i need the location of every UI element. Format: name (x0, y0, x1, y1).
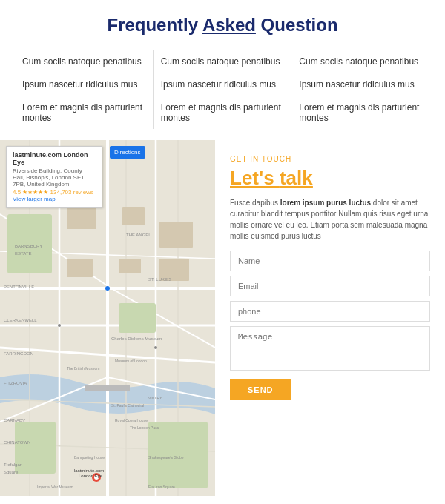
contact-description: Fusce dapibus lorem ipsum purus luctus d… (230, 197, 430, 242)
lets-talk-link: talk (280, 167, 313, 189)
svg-rect-22 (122, 207, 145, 225)
svg-rect-27 (85, 385, 130, 391)
svg-text:Trafalgar: Trafalgar (4, 462, 22, 467)
svg-text:Square: Square (4, 470, 19, 474)
faq-item[interactable]: Ipsum nascetur ridiculus mus (22, 73, 145, 96)
directions-button[interactable]: Directions (110, 146, 145, 159)
svg-text:London Eye: London Eye (79, 474, 103, 478)
page-title: Frequently Asked Question (15, 15, 430, 36)
info-cards-section: 📞 Call Us Partner and General Inquiries … (0, 496, 445, 504)
svg-rect-21 (67, 207, 96, 229)
business-name: lastminute.com London Eye (13, 151, 96, 166)
faq-col-3: Cum sociis natoque penatibus Ipsum nasce… (291, 50, 430, 129)
svg-text:THE ANGEL: THE ANGEL (126, 233, 151, 237)
faq-item[interactable]: Lorem et magnis dis parturient montes (299, 96, 423, 129)
svg-text:Royal Opera House: Royal Opera House (115, 418, 148, 422)
faq-col-1: Cum sociis natoque penatibus Ipsum nasce… (15, 50, 154, 129)
svg-text:The London Pass: The London Pass (130, 425, 159, 430)
svg-rect-23 (159, 222, 193, 248)
svg-text:Flat Iron Square: Flat Iron Square (148, 485, 175, 489)
message-input[interactable] (230, 326, 430, 371)
phone-input[interactable] (230, 301, 430, 322)
faq-item[interactable]: Cum sociis natoque penatibus (161, 50, 284, 73)
business-address: Riverside Building, County Hall, Bishop'… (13, 168, 96, 188)
review-count: 134,703 reviews (50, 189, 93, 196)
svg-rect-24 (67, 259, 93, 277)
svg-text:BARNSBURY: BARNSBURY (15, 244, 42, 248)
svg-text:CLERKENWELL: CLERKENWELL (4, 318, 37, 322)
rating-value: 4.5 (13, 189, 21, 196)
svg-text:Museum of London: Museum of London (115, 359, 147, 363)
view-larger-map-link[interactable]: View larger map (13, 196, 96, 202)
faq-grid: Cum sociis natoque penatibus Ipsum nasce… (15, 50, 430, 129)
svg-text:Shakespeare's Globe: Shakespeare's Globe (148, 455, 184, 460)
svg-text:ESTATE: ESTATE (15, 251, 31, 256)
map-canvas[interactable]: BARNSBURY ESTATE THE ANGEL PENTONVILLE C… (0, 140, 215, 496)
svg-text:ST. LUKE'S: ST. LUKE'S (148, 277, 171, 282)
lets-talk-plain: Let's (230, 167, 280, 189)
svg-text:lastminute.com: lastminute.com (74, 468, 104, 473)
faq-item[interactable]: Lorem et magnis dis parturient montes (22, 96, 145, 129)
svg-text:FARRINGDON: FARRINGDON (4, 351, 33, 356)
svg-text:St. Paul's Cathedral: St. Paul's Cathedral (111, 403, 144, 408)
faq-section: Frequently Asked Question Cum sociis nat… (0, 0, 445, 140)
faq-item[interactable]: Lorem et magnis dis parturient montes (161, 96, 284, 129)
svg-rect-25 (119, 259, 141, 273)
svg-rect-18 (119, 303, 156, 333)
svg-text:Charles Dickens Museum: Charles Dickens Museum (111, 336, 162, 341)
get-in-touch-label: GET IN TOUCH (230, 155, 430, 163)
svg-text:The British Museum: The British Museum (67, 366, 99, 371)
svg-text:Banqueting House: Banqueting House (74, 455, 105, 460)
map-contact-section: BARNSBURY ESTATE THE ANGEL PENTONVILLE C… (0, 140, 445, 496)
rating-stars: ★★★★★ (22, 189, 48, 196)
svg-text:VINTRY: VINTRY (148, 396, 162, 400)
faq-item[interactable]: Ipsum nascetur ridiculus mus (299, 73, 423, 96)
svg-text:PENTONVILLE: PENTONVILLE (4, 285, 34, 289)
faq-col-2: Cum sociis natoque penatibus Ipsum nasce… (154, 50, 292, 129)
svg-point-55 (105, 286, 110, 291)
business-rating: 4.5 ★★★★★ 134,703 reviews (13, 189, 96, 196)
faq-item[interactable]: Cum sociis natoque penatibus (22, 50, 145, 73)
svg-point-57 (154, 346, 157, 349)
map-info-card[interactable]: lastminute.com London Eye Riverside Buil… (6, 146, 102, 208)
faq-item[interactable]: Cum sociis natoque penatibus (299, 50, 423, 73)
map-container[interactable]: BARNSBURY ESTATE THE ANGEL PENTONVILLE C… (0, 140, 215, 496)
contact-section: GET IN TOUCH Let's talk Fusce dapibus lo… (215, 140, 445, 496)
faq-item[interactable]: Ipsum nascetur ridiculus mus (161, 73, 284, 96)
svg-point-56 (58, 324, 61, 327)
svg-text:FITZROVIA: FITZROVIA (4, 381, 27, 385)
email-input[interactable] (230, 276, 430, 296)
lets-talk-heading: Let's talk (230, 167, 430, 190)
svg-text:CARNABY: CARNABY (4, 418, 25, 422)
send-button[interactable]: SEND (230, 379, 291, 400)
svg-text:CHINATOWN: CHINATOWN (4, 440, 30, 445)
svg-text:Imperial War Museum: Imperial War Museum (37, 485, 73, 489)
name-input[interactable] (230, 251, 430, 271)
